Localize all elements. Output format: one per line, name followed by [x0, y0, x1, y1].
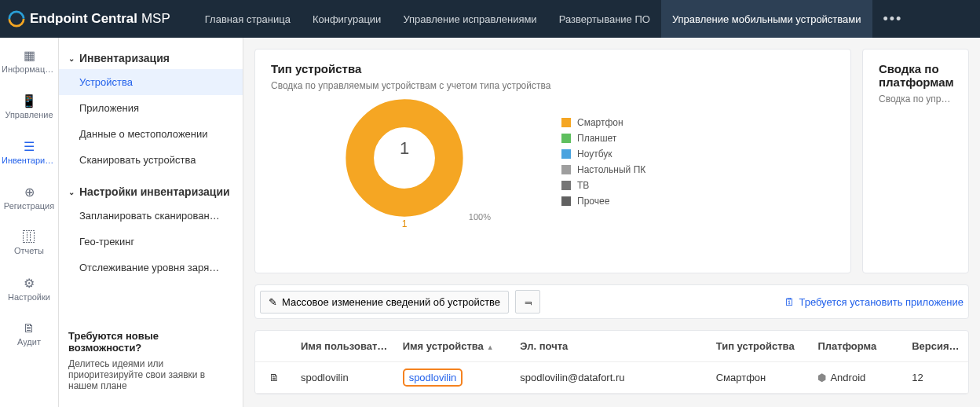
th-email[interactable]: Эл. почта [514, 340, 709, 352]
donut-slice-label: 1 [402, 218, 408, 229]
sidebar-item-scan[interactable]: Сканировать устройства [59, 147, 243, 173]
swatch [561, 196, 571, 206]
sidebar-item-location[interactable]: Данные о местоположении [59, 121, 243, 147]
rail-manage[interactable]: 📱Управление [0, 83, 58, 129]
card-subtitle: Сводка по управляемым устройствам с учет… [271, 80, 835, 91]
swatch [561, 118, 571, 127]
filter-icon: ⫬ [523, 296, 533, 308]
card-title: Тип устройства [271, 62, 835, 75]
swatch [561, 134, 571, 143]
swatch [561, 149, 571, 159]
table-toolbar: ✎Массовое изменение сведений об устройст… [254, 284, 969, 319]
cell-os: 12 [905, 372, 968, 383]
rail-enroll[interactable]: ⊕Регистрация [0, 174, 58, 220]
card-platform-summary: Сводка по платформам Сводка по управляем… [862, 49, 969, 273]
table-header: Имя пользователя Имя устройства▲ Эл. поч… [255, 331, 968, 362]
cell-type: Смартфон [710, 372, 812, 383]
sidebar-item-scheduled-scan[interactable]: Запланировать сканирован… [59, 203, 243, 229]
brand-name: Endpoint Central [30, 11, 137, 26]
chart-icon: ⿲ [23, 230, 35, 244]
rail-settings[interactable]: ⚙Настройки [0, 266, 58, 311]
th-type[interactable]: Тип устройства [710, 340, 812, 352]
left-rail: ▦Информационная панель 📱Управление ☰Инве… [0, 38, 59, 407]
enroll-icon: ⊕ [24, 185, 35, 200]
sidebar-promo[interactable]: Требуются новые возможности? Делитесь ид… [68, 330, 233, 391]
legend-item[interactable]: ТВ [561, 180, 645, 191]
sidebar-item-battery[interactable]: Отслеживание уровня заря… [59, 255, 243, 280]
chart-legend: Смартфон Планшет Ноутбук Настольный ПК Т… [561, 117, 645, 211]
sidebar-item-devices[interactable]: Устройства [59, 69, 243, 95]
top-nav: Главная страница Конфигурации Управление… [194, 0, 914, 38]
swatch [561, 165, 571, 174]
nav-patch[interactable]: Управление исправлениями [392, 0, 547, 38]
card-subtitle: Сводка по управляемым устройствам с учет… [879, 94, 953, 104]
cell-email: spodlovilin@datafort.ru [514, 372, 709, 383]
donut-total: 1 [400, 138, 409, 159]
calendar-icon: 🗓 [784, 296, 795, 308]
brand-suffix: MSP [141, 11, 170, 26]
donut-chart: 1 1 100% [271, 99, 538, 229]
gear-icon: ⚙ [24, 276, 35, 291]
layers-icon: ☰ [24, 139, 35, 154]
device-link[interactable]: spodlovilin [403, 368, 463, 387]
chevron-down-icon: ⌄ [68, 188, 75, 196]
promo-title: Требуются новые возможности? [68, 330, 233, 354]
nav-more[interactable]: ••• [872, 0, 914, 38]
app-logo[interactable]: Endpoint CentralMSP [8, 10, 170, 28]
android-icon: ⬢ [817, 372, 826, 383]
legend-item[interactable]: Прочее [561, 196, 645, 207]
clipboard-icon: 🗎 [23, 321, 35, 336]
donut-percent: 100% [469, 212, 491, 222]
th-user[interactable]: Имя пользователя [294, 340, 397, 352]
th-platform[interactable]: Платформа [811, 340, 905, 352]
nav-mdm[interactable]: Управление мобильными устройствами [661, 0, 872, 38]
sidebar-group-inventory[interactable]: ⌄Инвентаризация [59, 47, 243, 69]
sidebar: ⌄Инвентаризация Устройства Приложения Да… [59, 38, 243, 407]
promo-text: Делитесь идеями или приоритезируйте свои… [68, 358, 233, 391]
rail-audit[interactable]: 🗎Аудит [0, 311, 58, 357]
sidebar-group-inv-settings[interactable]: ⌄Настройки инвентаризации [59, 181, 243, 203]
nav-deploy[interactable]: Развертывание ПО [548, 0, 661, 38]
nav-home[interactable]: Главная страница [194, 0, 302, 38]
phone-icon: 📱 [21, 94, 37, 108]
card-title: Сводка по платформам [879, 62, 953, 89]
rail-inventory[interactable]: ☰Инвентаризация [0, 129, 58, 174]
cell-user: spodlovilin [294, 372, 397, 383]
rail-reports[interactable]: ⿲Отчеты [0, 220, 58, 266]
chevron-down-icon: ⌄ [68, 54, 75, 63]
sidebar-item-geotrack[interactable]: Гео-трекинг [59, 229, 243, 255]
legend-item[interactable]: Ноутбук [561, 148, 645, 160]
th-os[interactable]: Версия ОС [905, 340, 968, 352]
devices-table: Имя пользователя Имя устройства▲ Эл. поч… [254, 330, 969, 394]
row-action-icon[interactable]: 🗎 [255, 372, 294, 383]
legend-item[interactable]: Планшет [561, 133, 645, 144]
table-row[interactable]: 🗎 spodlovilin spodlovilin spodlovilin@da… [255, 362, 968, 394]
sort-asc-icon: ▲ [487, 343, 494, 351]
cell-platform: ⬢Android [811, 372, 905, 383]
card-device-type: Тип устройства Сводка по управляемым уст… [254, 49, 851, 273]
bulk-edit-button[interactable]: ✎Массовое изменение сведений об устройст… [260, 291, 509, 314]
sidebar-item-apps[interactable]: Приложения [59, 95, 243, 121]
dashboard-icon: ▦ [24, 48, 35, 63]
swatch [561, 181, 571, 190]
install-app-link[interactable]: 🗓Требуется установить приложение [784, 296, 964, 308]
nav-config[interactable]: Конфигурации [302, 0, 392, 38]
legend-item[interactable]: Смартфон [561, 117, 645, 128]
legend-item[interactable]: Настольный ПК [561, 164, 645, 175]
rail-dashboard[interactable]: ▦Информационная панель [0, 38, 58, 83]
pencil-icon: ✎ [269, 296, 277, 308]
filter-button[interactable]: ⫬ [515, 290, 540, 314]
th-device[interactable]: Имя устройства▲ [397, 340, 514, 352]
